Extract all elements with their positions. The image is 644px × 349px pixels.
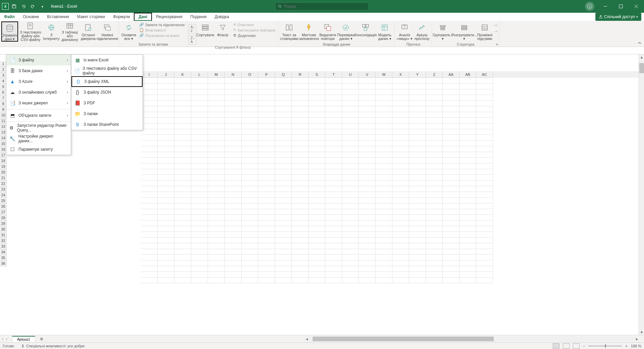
cell[interactable]	[392, 158, 409, 163]
cell[interactable]	[392, 141, 409, 146]
forecast-button[interactable]: Аркуш прогнозу	[414, 21, 430, 42]
cell[interactable]	[275, 278, 292, 283]
cell[interactable]	[409, 255, 426, 260]
cell[interactable]	[409, 192, 426, 198]
cell[interactable]	[158, 152, 174, 158]
cell[interactable]	[443, 198, 460, 203]
cell[interactable]	[174, 186, 191, 192]
cell[interactable]	[225, 158, 241, 163]
cell[interactable]	[292, 141, 309, 146]
cell[interactable]	[258, 169, 275, 175]
row-header[interactable]: 30	[0, 227, 7, 232]
cell[interactable]	[158, 181, 174, 186]
cell[interactable]	[258, 249, 275, 255]
cell[interactable]	[359, 192, 376, 198]
menu-from-file[interactable]: 📄 З файлу ›	[6, 55, 71, 65]
search-box[interactable]	[275, 2, 369, 10]
cell[interactable]	[426, 186, 443, 192]
cell[interactable]	[342, 152, 359, 158]
cell[interactable]	[443, 158, 460, 163]
cell[interactable]	[309, 84, 325, 89]
submenu-from-folder[interactable]: 📁 З папки	[71, 108, 143, 119]
cell[interactable]	[443, 278, 460, 283]
cell[interactable]	[292, 152, 309, 158]
cell[interactable]	[325, 89, 342, 95]
cell[interactable]	[225, 266, 241, 272]
cell[interactable]	[174, 249, 191, 255]
cell[interactable]	[325, 266, 342, 272]
cell[interactable]	[460, 141, 476, 146]
cell[interactable]	[426, 101, 443, 106]
cell[interactable]	[174, 95, 191, 101]
cell[interactable]	[241, 135, 258, 141]
row-header[interactable]: 6	[0, 90, 7, 95]
cell[interactable]	[476, 169, 493, 175]
cell[interactable]	[409, 181, 426, 186]
cell[interactable]	[359, 163, 376, 169]
cell[interactable]	[191, 118, 208, 123]
cell[interactable]	[158, 272, 174, 278]
cell[interactable]	[309, 209, 325, 215]
cell[interactable]	[376, 186, 392, 192]
cell[interactable]	[460, 89, 476, 95]
cell[interactable]	[409, 186, 426, 192]
cell[interactable]	[476, 152, 493, 158]
cell[interactable]	[208, 106, 225, 112]
cell[interactable]	[275, 215, 292, 220]
cell[interactable]	[392, 226, 409, 232]
cell[interactable]	[460, 215, 476, 220]
cell[interactable]	[342, 243, 359, 249]
cell[interactable]	[225, 78, 241, 84]
cell[interactable]	[342, 220, 359, 226]
cell[interactable]	[476, 89, 493, 95]
cell[interactable]	[225, 101, 241, 106]
cell[interactable]	[191, 220, 208, 226]
cell[interactable]	[174, 163, 191, 169]
cell[interactable]	[309, 129, 325, 135]
cell[interactable]	[460, 169, 476, 175]
cell[interactable]	[225, 209, 241, 215]
cell[interactable]	[158, 89, 174, 95]
cell[interactable]	[409, 129, 426, 135]
cell[interactable]	[241, 158, 258, 163]
cell[interactable]	[208, 84, 225, 89]
menu-from-db[interactable]: 🗄 З бази даних ›	[6, 65, 71, 76]
cell[interactable]	[258, 260, 275, 266]
cell[interactable]	[476, 175, 493, 181]
cell[interactable]	[309, 78, 325, 84]
cell[interactable]	[141, 169, 158, 175]
horizontal-scrollbar[interactable]: ◂ ▸	[305, 336, 639, 342]
cell[interactable]	[325, 243, 342, 249]
cell[interactable]	[292, 89, 309, 95]
cell[interactable]	[241, 266, 258, 272]
cell[interactable]	[191, 232, 208, 238]
cell[interactable]	[460, 255, 476, 260]
cell[interactable]	[141, 135, 158, 141]
cell[interactable]	[275, 158, 292, 163]
cell[interactable]	[476, 186, 493, 192]
cell[interactable]	[309, 249, 325, 255]
cell[interactable]	[174, 158, 191, 163]
cell[interactable]	[376, 101, 392, 106]
cell[interactable]	[241, 118, 258, 123]
cell[interactable]	[174, 232, 191, 238]
cell[interactable]	[392, 123, 409, 129]
cell[interactable]	[191, 95, 208, 101]
cell[interactable]	[392, 163, 409, 169]
cell[interactable]	[208, 118, 225, 123]
cell[interactable]	[426, 220, 443, 226]
cell[interactable]	[342, 232, 359, 238]
cell[interactable]	[460, 192, 476, 198]
cell[interactable]	[392, 135, 409, 141]
cell[interactable]	[392, 203, 409, 209]
cell[interactable]	[158, 226, 174, 232]
cell[interactable]	[275, 123, 292, 129]
cell[interactable]	[174, 278, 191, 283]
submenu-from-sp-folder[interactable]: S З папки SharePoint	[71, 119, 143, 130]
cell[interactable]	[409, 175, 426, 181]
get-data-button[interactable]: Отримати дані ▾	[1, 21, 18, 42]
properties-button[interactable]: 📋 Властивості	[138, 28, 186, 33]
cell[interactable]	[292, 123, 309, 129]
accessibility-status[interactable]: Спеціальні можливості: усе добре	[21, 344, 85, 348]
cell[interactable]	[275, 186, 292, 192]
